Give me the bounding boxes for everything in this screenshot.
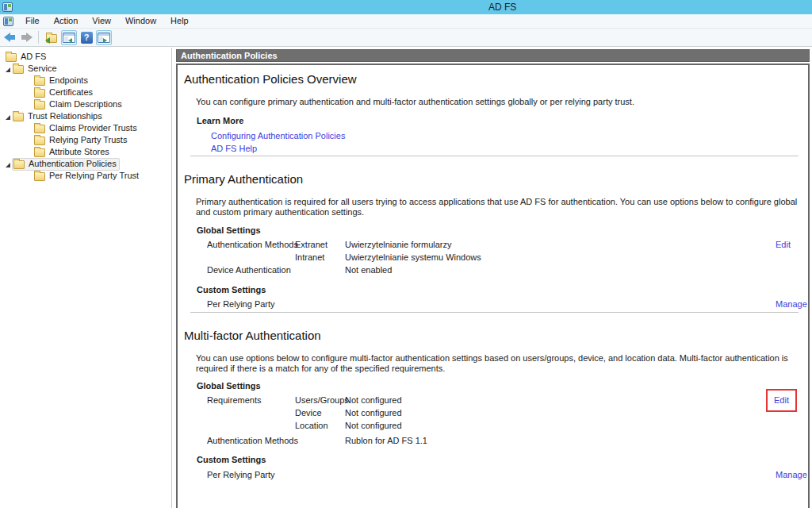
folder-icon xyxy=(34,137,45,145)
primary-row-extranet: Authentication MethodsExtranetUwierzytel… xyxy=(184,238,803,251)
console-icon xyxy=(3,17,13,26)
action-pane-button[interactable] xyxy=(96,30,112,45)
folder-icon xyxy=(34,101,45,110)
action-pane-icon xyxy=(98,33,110,43)
row-key: Device xyxy=(295,406,345,419)
folder-icon xyxy=(6,53,17,62)
row-label: Device Authentication xyxy=(207,264,295,276)
tree-item-adfs[interactable]: AD FS xyxy=(0,51,171,63)
menu-help[interactable]: Help xyxy=(163,14,196,28)
mfa-row-authentication-methods: Authentication MethodsRublon for AD FS 1… xyxy=(184,434,803,447)
primary-row-intranet: IntranetUwierzytelnianie systemu Windows xyxy=(184,251,803,264)
primary-manage-link[interactable]: Manage xyxy=(776,298,807,310)
folder-icon xyxy=(34,125,45,133)
menu-window[interactable]: Window xyxy=(118,14,163,28)
mfa-description: You can use options below to configure m… xyxy=(196,353,800,374)
pane-body: Authentication Policies Overview You can… xyxy=(176,64,810,508)
primary-row-per-relying-party: Per Relying Party Manage xyxy=(184,298,803,310)
selected-tree-item: Authentication Policies xyxy=(12,158,120,171)
tree-item-relying-party-trusts[interactable]: Relying Party Trusts xyxy=(0,134,171,146)
help-icon: ? xyxy=(81,32,93,44)
title-bar: AD FS xyxy=(0,0,812,14)
menu-file[interactable]: File xyxy=(18,14,47,28)
console-tree-icon xyxy=(63,33,75,43)
mfa-row-users-groups: RequirementsUsers/GroupsNot configured E… xyxy=(184,394,803,406)
overview-title: Authentication Policies Overview xyxy=(184,72,803,87)
mfa-manage-link[interactable]: Manage xyxy=(776,469,807,480)
tree-item-per-relying-party-trust[interactable]: Per Relying Party Trust xyxy=(0,170,171,182)
folder-icon xyxy=(34,77,45,86)
primary-custom-settings-label: Custom Settings xyxy=(197,284,803,295)
console-icon xyxy=(2,2,13,12)
forward-button[interactable] xyxy=(19,30,35,45)
folder-icon xyxy=(34,172,45,181)
menu-action[interactable]: Action xyxy=(47,14,86,28)
forward-icon xyxy=(21,34,33,40)
primary-authentication-description: Primary authentication is required for a… xyxy=(196,197,800,217)
row-key: Extranet xyxy=(295,238,345,251)
row-value: Not configured xyxy=(345,395,402,405)
row-value: Not configured xyxy=(345,408,402,418)
back-icon xyxy=(4,34,15,40)
row-label: Authentication Methods xyxy=(207,238,295,251)
tree-item-claim-descriptions[interactable]: Claim Descriptions xyxy=(0,98,171,110)
row-value: Not configured xyxy=(345,421,402,430)
primary-global-settings-label: Global Settings xyxy=(197,225,803,236)
tree-item-service[interactable]: Service xyxy=(0,63,171,75)
expand-icon[interactable] xyxy=(6,67,10,72)
primary-row-device-authentication: Device AuthenticationNot enabled xyxy=(184,264,803,276)
row-label: Requirements xyxy=(207,394,295,406)
primary-authentication-title: Primary Authentication xyxy=(184,172,803,187)
toolbar: ? xyxy=(0,29,812,47)
results-pane: Authentication Policies Authentication P… xyxy=(176,49,810,508)
show-console-tree-button[interactable] xyxy=(61,30,77,45)
section-divider xyxy=(190,156,799,156)
export-folder-button[interactable] xyxy=(44,30,59,45)
folder-icon xyxy=(13,65,24,74)
row-value: Rublon for AD FS 1.1 xyxy=(345,436,427,445)
mfa-row-location: LocationNot configured xyxy=(184,419,803,432)
row-value: Uwierzytelnianie systemu Windows xyxy=(345,252,481,262)
learn-more-label: Learn More xyxy=(197,115,803,126)
configuring-authentication-policies-link[interactable]: Configuring Authentication Policies xyxy=(211,130,803,141)
window-title: AD FS xyxy=(488,2,516,13)
row-key: Location xyxy=(295,419,345,432)
console-tree: AD FS Service Endpoints Certificates Cla… xyxy=(0,48,172,508)
menu-view[interactable]: View xyxy=(85,14,118,28)
expand-icon[interactable] xyxy=(6,163,10,167)
section-divider xyxy=(190,312,799,313)
folder-icon xyxy=(34,148,45,157)
back-button[interactable] xyxy=(2,30,17,45)
tree-item-endpoints[interactable]: Endpoints xyxy=(0,75,171,87)
row-key: Intranet xyxy=(295,251,345,264)
tree-item-attribute-stores[interactable]: Attribute Stores xyxy=(0,146,171,158)
tree-item-certificates[interactable]: Certificates xyxy=(0,87,171,98)
folder-icon xyxy=(13,113,24,121)
adfs-help-link[interactable]: AD FS Help xyxy=(211,143,803,154)
mfa-row-device: DeviceNot configured xyxy=(184,406,803,419)
row-value: Not enabled xyxy=(345,265,392,275)
mfa-title: Multi-factor Authentication xyxy=(184,329,803,343)
row-value: Uwierzytelnianie formularzy xyxy=(345,240,452,249)
mfa-edit-link[interactable]: Edit xyxy=(774,395,789,405)
menu-bar: File Action View Window Help xyxy=(0,14,812,29)
tree-item-claims-provider-trusts[interactable]: Claims Provider Trusts xyxy=(0,122,171,134)
overview-description: You can configure primary authentication… xyxy=(196,97,800,107)
help-button[interactable]: ? xyxy=(79,30,94,45)
folder-icon xyxy=(34,89,45,98)
folder-icon xyxy=(13,160,25,169)
mfa-row-per-relying-party: Per Relying Party Manage xyxy=(184,468,803,481)
row-key: Users/Groups xyxy=(295,394,345,406)
primary-edit-link[interactable]: Edit xyxy=(776,239,791,250)
row-label: Authentication Methods xyxy=(207,434,295,447)
row-label: Per Relying Party xyxy=(207,468,295,481)
green-arrow-icon xyxy=(45,37,50,44)
row-label: Per Relying Party xyxy=(207,298,295,310)
toolbar-separator xyxy=(38,31,39,44)
pane-header: Authentication Policies xyxy=(176,49,810,62)
mfa-custom-settings-label: Custom Settings xyxy=(197,454,803,465)
expand-icon[interactable] xyxy=(6,115,10,120)
tree-item-trust-relationships[interactable]: Trust Relationships xyxy=(0,110,171,122)
tree-item-authentication-policies[interactable]: Authentication Policies xyxy=(0,158,171,170)
mfa-global-settings-label: Global Settings xyxy=(197,380,803,391)
